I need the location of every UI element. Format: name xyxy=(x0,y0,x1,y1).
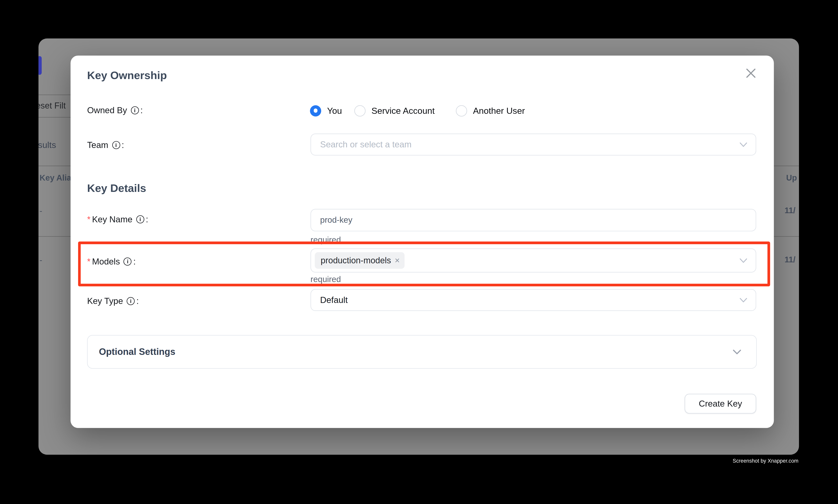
required-mark: * xyxy=(87,215,90,224)
owned-by-label-text: Owned By xyxy=(87,105,127,115)
key-name-input[interactable]: prod-key xyxy=(310,209,756,231)
models-label: * Models i : xyxy=(87,256,136,267)
optional-settings-panel[interactable]: Optional Settings xyxy=(87,335,757,368)
owned-by-label: Owned By i : xyxy=(87,105,143,115)
radio-owned-by-you[interactable]: You xyxy=(310,105,342,116)
models-validation-message: required xyxy=(310,275,341,284)
key-name-validation-message: required xyxy=(310,235,341,245)
models-info-icon[interactable]: i xyxy=(124,257,131,266)
chevron-down-icon xyxy=(733,349,741,355)
key-details-heading: Key Details xyxy=(87,182,146,195)
owned-by-info-icon[interactable]: i xyxy=(131,106,139,114)
chevron-down-icon xyxy=(739,142,747,147)
radio-unselected-icon[interactable] xyxy=(456,105,467,116)
key-type-select[interactable]: Default xyxy=(310,289,756,311)
close-icon xyxy=(746,68,756,79)
colon: : xyxy=(137,296,139,306)
reset-filters-button[interactable]: eset Filt xyxy=(38,101,66,110)
colon: : xyxy=(146,214,148,224)
key-type-label: Key Type i : xyxy=(87,296,139,306)
reset-filters-button-bottom-border xyxy=(38,117,72,117)
create-key-button-label: Create Key xyxy=(699,399,742,409)
radio-owned-by-service-account[interactable]: Service Account xyxy=(354,105,434,116)
create-key-button[interactable]: Create Key xyxy=(684,394,756,413)
key-name-info-icon[interactable]: i xyxy=(136,215,144,223)
models-select[interactable]: production-models × xyxy=(310,249,756,272)
key-alias-column-header: Key Alia xyxy=(40,173,71,182)
table-row: 11/ xyxy=(785,255,796,265)
radio-another-user-label[interactable]: Another User xyxy=(473,106,525,116)
results-count-text: sults xyxy=(38,140,56,150)
models-label-text: Models xyxy=(92,256,120,267)
team-label: Team i : xyxy=(87,140,124,150)
radio-service-account-label[interactable]: Service Account xyxy=(371,106,434,116)
close-button[interactable] xyxy=(744,66,758,80)
radio-selected-icon[interactable] xyxy=(310,105,321,116)
radio-owned-by-another-user[interactable]: Another User xyxy=(456,105,525,116)
table-row: - xyxy=(40,206,42,216)
create-key-modal: Key Ownership Owned By i : You Service A… xyxy=(70,56,774,428)
optional-settings-title: Optional Settings xyxy=(99,346,175,357)
required-mark: * xyxy=(87,257,90,266)
team-info-icon[interactable]: i xyxy=(112,141,120,149)
table-row: - xyxy=(40,255,42,265)
team-label-text: Team xyxy=(87,140,108,150)
sidebar-accent xyxy=(38,56,41,75)
watermark-text: Screenshot by Xnapper.com xyxy=(733,458,799,464)
colon: : xyxy=(133,256,136,267)
team-select[interactable]: Search or select a team xyxy=(310,133,756,155)
key-type-info-icon[interactable]: i xyxy=(127,297,135,305)
key-name-value: prod-key xyxy=(320,215,352,225)
radio-you-label[interactable]: You xyxy=(327,106,342,116)
screenshot-stage: eset Filt sults Key Alia Up - 11/ - 11/ … xyxy=(0,0,838,504)
radio-unselected-icon[interactable] xyxy=(354,105,365,116)
chevron-down-icon xyxy=(739,258,747,263)
key-name-label: * Key Name i : xyxy=(87,214,148,224)
chevron-down-icon xyxy=(739,298,747,303)
colon: : xyxy=(122,140,124,150)
key-type-value: Default xyxy=(320,295,348,305)
updated-column-header: Up xyxy=(786,173,797,182)
modal-title: Key Ownership xyxy=(87,69,167,82)
table-row: 11/ xyxy=(785,206,796,215)
key-type-label-text: Key Type xyxy=(87,296,123,306)
colon: : xyxy=(140,105,143,115)
tag-remove-icon[interactable]: × xyxy=(395,256,400,265)
model-tag: production-models × xyxy=(315,252,405,269)
model-tag-label: production-models xyxy=(321,256,391,265)
key-name-label-text: Key Name xyxy=(92,214,132,224)
team-select-placeholder: Search or select a team xyxy=(320,139,412,149)
reset-filters-button-top-border xyxy=(38,94,72,95)
